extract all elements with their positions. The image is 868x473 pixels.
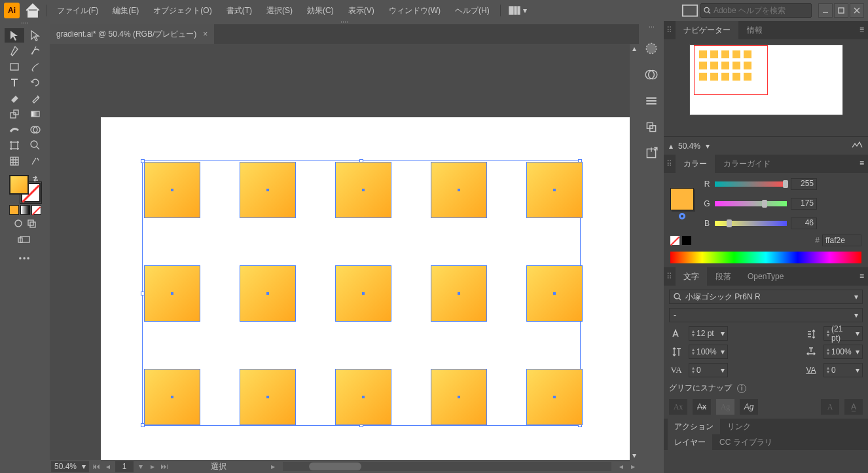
shape-rectangle[interactable]: [431, 265, 487, 322]
info-icon[interactable]: i: [737, 384, 746, 393]
perspective-grid-tool[interactable]: [5, 154, 24, 168]
swap-fill-stroke-icon[interactable]: [31, 175, 39, 185]
scale-tool[interactable]: [5, 107, 24, 121]
help-search[interactable]: [700, 3, 812, 18]
shape-rectangle[interactable]: [240, 162, 296, 218]
tab-color-guide[interactable]: カラーガイド: [715, 155, 778, 173]
shape-rectangle[interactable]: [526, 369, 583, 425]
tab-close-icon[interactable]: ×: [203, 29, 208, 39]
nav-zoom-dd-icon[interactable]: ▾: [706, 142, 710, 151]
glyph-opt-5[interactable]: A: [821, 399, 839, 415]
shape-rectangle[interactable]: [144, 162, 200, 218]
glyph-opt-2[interactable]: Ax: [693, 399, 711, 415]
zoom-tool[interactable]: [26, 138, 45, 153]
nav-zoom-out-icon[interactable]: ▴: [669, 142, 673, 151]
tab-character[interactable]: 文字: [676, 267, 707, 286]
menu-type[interactable]: 書式(T): [220, 1, 259, 20]
gradient-mode-button[interactable]: [20, 205, 30, 215]
menu-file[interactable]: ファイル(F): [50, 1, 105, 20]
shape-builder-tool[interactable]: [26, 123, 45, 137]
b-slider[interactable]: [715, 221, 787, 226]
arrange-button[interactable]: [681, 2, 699, 19]
artboard-number[interactable]: 1: [115, 461, 134, 472]
draw-behind-icon[interactable]: [27, 219, 36, 230]
panel-menu-icon[interactable]: ≡: [859, 271, 864, 280]
menu-window[interactable]: ウィンドウ(W): [382, 1, 447, 20]
prev-artboard-button[interactable]: ◂: [103, 462, 113, 471]
minimize-button[interactable]: [818, 3, 833, 18]
fill-stroke-swatches[interactable]: [9, 175, 41, 202]
blend-tool[interactable]: [26, 154, 45, 168]
glyph-opt-1[interactable]: Ax: [669, 399, 687, 415]
shape-rectangle[interactable]: [335, 162, 391, 218]
tab-cc-libraries[interactable]: CC ライブラリ: [713, 434, 779, 450]
stroke-panel-icon[interactable]: [644, 94, 659, 108]
direct-selection-tool[interactable]: [26, 28, 45, 43]
r-slider[interactable]: [715, 181, 787, 187]
b-value[interactable]: 46: [791, 218, 817, 229]
appearance-panel-icon[interactable]: [644, 41, 659, 56]
menu-edit[interactable]: 編集(E): [106, 1, 145, 20]
hscale-field[interactable]: ▴▾100%▾: [823, 345, 863, 359]
tab-color[interactable]: カラー: [676, 155, 715, 173]
color-target-icon[interactable]: [679, 213, 685, 219]
draw-normal-icon[interactable]: [14, 219, 23, 230]
scroll-up-icon[interactable]: ▴: [630, 44, 639, 53]
eraser-tool[interactable]: [5, 91, 24, 105]
panel-menu-icon[interactable]: ≡: [859, 159, 864, 168]
rotate-tool[interactable]: [26, 75, 45, 90]
home-button[interactable]: [24, 2, 42, 19]
kerning-field[interactable]: ▴▾0▾: [689, 363, 728, 377]
nav-zoom-value[interactable]: 50.4%: [678, 142, 700, 151]
font-style-field[interactable]: -▾: [669, 308, 863, 322]
last-artboard-button[interactable]: ⏭: [160, 462, 169, 471]
type-tool[interactable]: [5, 75, 24, 90]
shape-rectangle[interactable]: [431, 162, 487, 218]
g-slider[interactable]: [715, 201, 787, 206]
tab-links[interactable]: リンク: [721, 419, 757, 434]
canvas[interactable]: [50, 44, 630, 460]
shape-rectangle[interactable]: [431, 369, 487, 425]
first-artboard-button[interactable]: ⏮: [92, 462, 101, 471]
layout-switcher[interactable]: ▾: [505, 3, 531, 18]
vertical-scrollbar[interactable]: ▴ ▾: [630, 44, 639, 460]
help-search-input[interactable]: [714, 6, 808, 15]
font-family-field[interactable]: 小塚ゴシック Pr6N R▾: [669, 290, 863, 304]
tab-actions[interactable]: アクション: [668, 419, 720, 434]
shape-rectangle[interactable]: [335, 369, 391, 425]
glyph-opt-6[interactable]: A̲: [844, 399, 863, 415]
color-mode-button[interactable]: [9, 205, 19, 215]
shape-rectangle[interactable]: [526, 265, 583, 322]
paintbrush-tool[interactable]: [26, 60, 45, 74]
pen-tool[interactable]: [5, 44, 24, 58]
r-value[interactable]: 255: [791, 178, 817, 190]
edit-toolbar-button[interactable]: •••: [19, 254, 31, 263]
shape-rectangle[interactable]: [335, 265, 391, 322]
tab-paragraph[interactable]: 段落: [708, 267, 739, 286]
menu-view[interactable]: 表示(V): [342, 1, 381, 20]
horizontal-scrollbar[interactable]: [283, 462, 611, 471]
menu-help[interactable]: ヘルプ(H): [448, 1, 496, 20]
eyedropper-tool[interactable]: [26, 91, 45, 105]
close-button[interactable]: [850, 3, 864, 18]
none-color-button[interactable]: [670, 236, 679, 245]
font-size-field[interactable]: ▴▾12 pt▾: [689, 326, 728, 341]
tab-opentype[interactable]: OpenType: [740, 267, 791, 286]
gradient-tool[interactable]: [26, 107, 45, 121]
fill-swatch[interactable]: [9, 175, 29, 195]
menu-effect[interactable]: 効果(C): [300, 1, 340, 20]
panel-menu-icon[interactable]: ≡: [859, 25, 864, 34]
none-mode-button[interactable]: [31, 205, 41, 215]
shape-rectangle[interactable]: [144, 265, 200, 322]
artboard-tool[interactable]: [5, 138, 24, 153]
vscale-field[interactable]: ▴▾100%▾: [689, 345, 728, 359]
transparency-panel-icon[interactable]: [644, 67, 659, 82]
zoom-field[interactable]: 50.4%▾: [51, 461, 89, 472]
next-artboard-button[interactable]: ▸: [148, 462, 157, 471]
export-panel-icon[interactable]: [644, 146, 659, 161]
selection-tool[interactable]: [5, 28, 24, 43]
tab-layers[interactable]: レイヤー: [668, 434, 712, 450]
screen-mode-icon[interactable]: [18, 235, 32, 246]
glyph-opt-4[interactable]: Ag: [740, 399, 758, 415]
shape-rectangle[interactable]: [240, 369, 296, 425]
